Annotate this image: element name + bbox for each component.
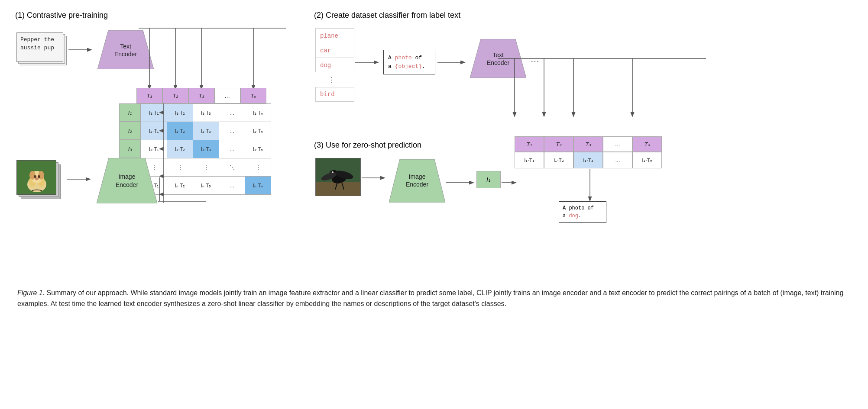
svg-text:Encoder: Encoder	[406, 181, 428, 188]
image-encoder-shape: Image Encoder	[97, 158, 157, 203]
dog-image-left	[17, 161, 56, 195]
section-title-1: (1) Contrastive pre-training	[15, 11, 108, 20]
cell-1n: I₁·Tₙ	[245, 104, 271, 122]
section-title-3: (3) Use for zero-shot prediction	[314, 141, 421, 150]
cell-d3: ⋮	[193, 158, 219, 177]
cell-nd: …	[219, 177, 245, 195]
t-right-3: T₃	[573, 136, 603, 152]
svg-text:Image: Image	[409, 173, 426, 180]
cell-dd: ⋱	[219, 158, 245, 177]
cell-1d: …	[219, 104, 245, 122]
cell-2n: I₂·Tₙ	[245, 122, 271, 140]
score-n: I₁·Tₙ	[632, 152, 662, 168]
arrow-img-to-encoder	[67, 175, 93, 183]
i-cell-1: I₁	[119, 103, 141, 122]
score-1: I₁·T₁	[515, 152, 544, 168]
i-cell-3: I₃	[119, 140, 141, 158]
tpl-photo: photo	[395, 55, 412, 61]
svg-marker-20	[97, 158, 157, 203]
cell-nn: Iₙ·Tₙ	[245, 177, 271, 195]
t-cell-dots: …	[214, 88, 240, 103]
svg-text:Encoder: Encoder	[116, 181, 138, 188]
text-input-line2: aussie pup	[20, 45, 54, 51]
svg-text:Encoder: Encoder	[114, 51, 137, 58]
cell-13: I₁·T₃	[193, 104, 219, 122]
cell-22: I₂·T₂	[167, 122, 193, 140]
cell-3n: I₃·Tₙ	[245, 140, 271, 158]
svg-point-14	[29, 171, 36, 180]
t-cell-3: T₃	[188, 88, 214, 103]
image-stack	[16, 160, 66, 203]
cell-33: I₃·T₃	[193, 140, 219, 158]
svg-point-15	[38, 171, 44, 180]
t-vector-row: T₁ T₂ T₃ … Tₙ	[136, 88, 266, 103]
zs-dog: dog	[569, 213, 578, 219]
label-list: plane car dog ⋮ bird	[315, 28, 354, 102]
text-card-stack: Pepper the aussie pup	[16, 32, 68, 69]
label-car: car	[315, 43, 354, 58]
label-plane: plane	[315, 28, 354, 43]
t-cell-2: T₂	[162, 88, 188, 103]
t-cell-n: Tₙ	[240, 88, 266, 103]
t-cell-1: T₁	[136, 88, 162, 103]
label-dots: ⋮	[315, 72, 354, 87]
arrow-i1-to-scores	[502, 179, 519, 187]
section-title-2: (2) Create dataset classifier from label…	[314, 11, 460, 20]
label-bird: bird	[315, 87, 354, 102]
caption-text: Summary of our approach. While standard …	[17, 289, 843, 307]
arrow-text-to-encoder	[68, 45, 94, 54]
t-right-1: T₁	[515, 136, 544, 152]
cell-d2: ⋮	[167, 158, 193, 177]
diagram-area: (1) Contrastive pre-training Pepper the …	[13, 9, 855, 277]
right-section: (2) Create dataset classifier from label…	[312, 9, 855, 277]
arrow-encoder-to-tvec	[139, 9, 290, 95]
image-encoder-2: Image Encoder	[389, 159, 445, 204]
svg-point-18	[35, 177, 39, 180]
image-encoder-2-shape: Image Encoder	[389, 159, 445, 203]
cell-32: I₃·T₂	[167, 140, 193, 158]
left-section: (1) Contrastive pre-training Pepper the …	[13, 9, 308, 277]
caption-italic: Figure 1.	[17, 289, 45, 296]
arrow-labels-to-template	[355, 58, 381, 66]
t-right-2: T₂	[544, 136, 573, 152]
arrows-enc2-to-tvec	[498, 17, 710, 121]
tpl-object: {object}	[395, 63, 422, 70]
cell-12: I₁·T₂	[167, 104, 193, 122]
t-right-dots: …	[603, 136, 632, 152]
figure-caption: Figure 1. Summary of our approach. While…	[13, 288, 855, 309]
arrow-scores-to-box	[574, 152, 609, 204]
svg-text:Image: Image	[119, 173, 136, 180]
bird-image-svg	[316, 158, 361, 196]
zeroshot-result-box: A photo of a dog.	[559, 201, 606, 223]
text-input-line1: Pepper the	[20, 36, 54, 43]
t-vector-row-right: T₁ T₂ T₃ … Tₙ	[515, 136, 662, 152]
cell-dn: ⋮	[245, 158, 271, 177]
cell-2d: …	[219, 122, 245, 140]
img-enc-to-bar	[157, 177, 166, 208]
score-2: I₁·T₂	[544, 152, 573, 168]
svg-rect-42	[316, 182, 361, 196]
image-encoder: Image Encoder	[97, 158, 157, 205]
i1-cell-zeroshot: I₁	[476, 171, 501, 188]
arrow-template-to-encoder2	[437, 58, 468, 66]
t-right-n: Tₙ	[632, 136, 662, 152]
svg-text:Text: Text	[120, 43, 131, 50]
cell-3d: …	[219, 140, 245, 158]
bird-image	[315, 158, 361, 196]
cell-23: I₂·T₃	[193, 122, 219, 140]
svg-point-17	[38, 175, 40, 178]
label-dog: dog	[315, 58, 354, 72]
arrow-enc2-to-i1	[446, 179, 476, 187]
arrow-bird-to-enc2	[362, 174, 388, 182]
template-box: A photo of a {object}.	[383, 50, 435, 74]
i-cell-2: I₂	[119, 122, 141, 140]
svg-point-16	[34, 175, 36, 178]
